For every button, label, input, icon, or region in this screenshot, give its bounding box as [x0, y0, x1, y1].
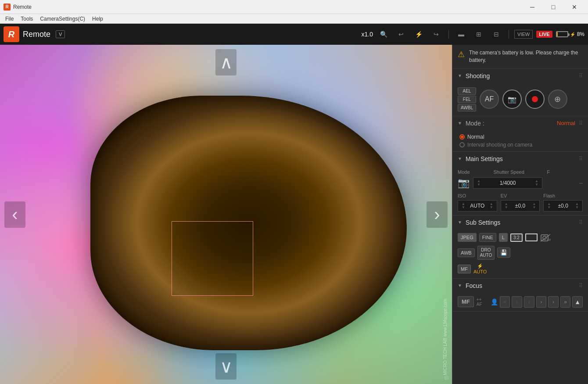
- mode-section-header[interactable]: ▼ Mode : Normal ⠿: [452, 116, 588, 130]
- main-settings-header[interactable]: ▼ Main Settings ⠿: [452, 152, 588, 166]
- sub-settings-header[interactable]: ▼ Sub Settings ⠿: [452, 215, 588, 230]
- memory-card-icon: 💾: [497, 248, 510, 258]
- battery-icon: [556, 31, 568, 37]
- minimize-button[interactable]: ─: [522, 0, 542, 14]
- sub-row-3: MF ⚡ AUTO: [458, 263, 583, 275]
- focus-section-title: Focus: [466, 282, 575, 289]
- menu-help[interactable]: Help: [89, 15, 107, 23]
- ratio-badge[interactable]: 3:2: [510, 233, 523, 242]
- flash-arrows-right: ▲ ▼: [575, 202, 579, 209]
- shooting-section-header[interactable]: ▼ Shooting ⠿: [452, 69, 588, 83]
- menu-file[interactable]: File: [2, 15, 17, 23]
- record-button[interactable]: [525, 90, 545, 109]
- focus-far-button[interactable]: ‹: [512, 296, 522, 308]
- menu-tools[interactable]: Tools: [17, 15, 36, 23]
- mode-options: Normal Interval shooting on camera: [452, 130, 588, 151]
- mf-badge[interactable]: MF: [458, 265, 471, 273]
- iso-col: ISO ▲ ▼ AUTO ▲ ▼: [458, 193, 497, 212]
- sub-settings-drag[interactable]: ⠿: [579, 219, 583, 226]
- mode-drag-handle[interactable]: ⠿: [579, 120, 583, 126]
- flash-auto: ⚡ AUTO: [473, 263, 487, 275]
- size-badge[interactable]: L: [499, 233, 508, 242]
- ael-button[interactable]: AEL: [458, 87, 476, 95]
- battery-fill: [557, 32, 558, 36]
- badge-group: AEL FEL AWBL: [458, 87, 476, 111]
- warning-text: The camera's battery is low. Please char…: [469, 49, 583, 64]
- version-badge: V: [56, 30, 65, 38]
- focus-near-button[interactable]: ›: [548, 296, 559, 308]
- radio-group: Normal Interval shooting on camera: [458, 134, 583, 148]
- nav-down-button[interactable]: ∨: [215, 353, 237, 380]
- quality-badge[interactable]: FINE: [479, 233, 496, 242]
- shooting-buttons: AEL FEL AWBL AF 📷 ⊕: [458, 87, 583, 111]
- dro-off-icon: OFF: [540, 233, 551, 242]
- main-layout: ∧ ‹ › ∨ MICRO TECH LAB www.LMscope.com ◎…: [0, 45, 588, 384]
- focus-drag-handle[interactable]: ⠿: [579, 283, 583, 289]
- nav-left-button[interactable]: ‹: [4, 201, 25, 228]
- view-multi-button[interactable]: ⊟: [489, 27, 503, 41]
- flash-label: Flash: [543, 193, 583, 198]
- focus-step-right-button[interactable]: ›: [536, 296, 547, 308]
- fel-button[interactable]: FEL: [458, 96, 476, 103]
- flash-arrows-left: ▲ ▼: [547, 202, 551, 209]
- nav-right-button[interactable]: ›: [427, 201, 448, 228]
- awbl-button[interactable]: AWBL: [458, 104, 476, 111]
- svg-text:OFF: OFF: [547, 238, 551, 241]
- right-panel: ⚠ The camera's battery is low. Please ch…: [452, 45, 588, 384]
- format-badge[interactable]: JPEG: [458, 233, 477, 242]
- mode-section: ▼ Mode : Normal ⠿ Normal Interval shooti…: [452, 116, 588, 152]
- sub-settings-section: ▼ Sub Settings ⠿ JPEG FINE L 3:2: [452, 215, 588, 279]
- shutter-button[interactable]: 📷: [502, 90, 522, 109]
- watermark: MICRO TECH LAB www.LMscope.com: [443, 299, 448, 375]
- close-button[interactable]: ✕: [564, 0, 584, 14]
- radio-normal[interactable]: Normal: [459, 134, 583, 140]
- focus-up-button[interactable]: ▲: [572, 296, 583, 308]
- maximize-button[interactable]: □: [543, 0, 563, 14]
- iso-value-display: ▲ ▼ AUTO ▲ ▼: [458, 200, 497, 212]
- f-col-label: F: [547, 169, 583, 175]
- zoom-in-button[interactable]: 🔍: [376, 27, 391, 41]
- main-settings-title: Main Settings: [466, 155, 575, 162]
- radio-interval-dot: [459, 142, 465, 147]
- focus-far-far-button[interactable]: «: [500, 296, 510, 308]
- shooting-section-title: Shooting: [466, 72, 575, 79]
- radio-normal-label: Normal: [467, 134, 484, 140]
- shooting-drag-handle[interactable]: ⠿: [579, 73, 583, 79]
- af-label: AF: [485, 95, 494, 103]
- main-settings-chevron-icon: ▼: [458, 156, 462, 161]
- live-badge: LIVE: [536, 31, 552, 38]
- app-icon: R: [4, 4, 11, 11]
- flash-value: ±0,0: [551, 203, 575, 209]
- view-button[interactable]: VIEW: [514, 30, 533, 39]
- battery-percent: 8%: [577, 31, 584, 37]
- undo-button[interactable]: ↩: [394, 27, 408, 41]
- ev-label: EV: [501, 193, 540, 198]
- view-grid-button[interactable]: ⊞: [472, 27, 486, 41]
- menu-camera-settings[interactable]: CameraSettings(C): [36, 15, 89, 23]
- target-icon: ⊕: [554, 94, 561, 104]
- nav-up-button[interactable]: ∧: [215, 49, 237, 75]
- focus-step-left-button[interactable]: ‹: [524, 296, 534, 308]
- title-bar: R Remote ─ □ ✕: [0, 0, 588, 14]
- radio-normal-dot: [459, 134, 465, 140]
- view-single-button[interactable]: ▬: [454, 27, 468, 41]
- focus-section-header[interactable]: ▼ Focus ⠿: [452, 279, 588, 293]
- main-settings-drag[interactable]: ⠿: [579, 156, 583, 162]
- rotate-button[interactable]: ↪: [429, 27, 443, 41]
- radio-interval[interactable]: Interval shooting on camera: [459, 142, 583, 148]
- ev-col: EV ▲ ▼ ±0,0 ▲ ▼: [501, 193, 540, 212]
- shooting-chevron-icon: ▼: [458, 73, 462, 78]
- warning-icon: ⚠: [458, 50, 465, 59]
- af-plus-label: ++ AF: [477, 297, 487, 307]
- awb-badge[interactable]: AWB: [458, 248, 475, 257]
- camera-mode-icon: 📷: [458, 177, 470, 189]
- af-button[interactable]: AF: [480, 90, 499, 109]
- focus-near-near-button[interactable]: »: [560, 296, 571, 308]
- target-button[interactable]: ⊕: [548, 90, 567, 109]
- flash-value-display: ▲ ▼ ±0,0 ▲ ▼: [543, 200, 583, 212]
- ev-value-display: ▲ ▼ ±0,0 ▲ ▼: [501, 200, 540, 212]
- focus-content: MF ++ AF 👤 « ‹ ‹ › › » ▲: [452, 293, 588, 311]
- aspect-ratio-icon: [525, 233, 538, 241]
- ev-value: ±0,0: [508, 203, 533, 209]
- flash-button[interactable]: ⚡: [412, 27, 426, 41]
